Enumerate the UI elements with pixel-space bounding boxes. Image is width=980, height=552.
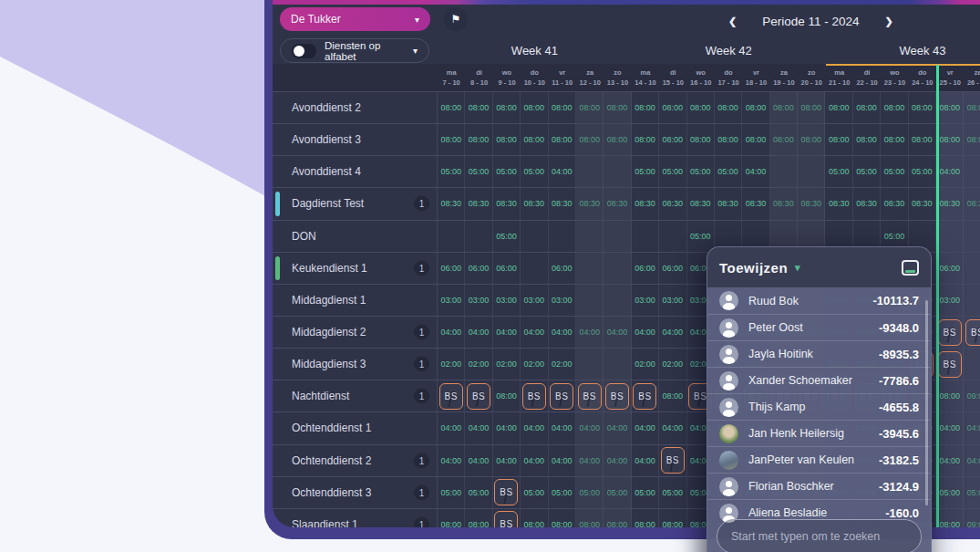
shift-cell[interactable]: 08:00 <box>798 92 825 123</box>
shift-cell[interactable]: 04:00 <box>549 156 576 187</box>
shift-cell[interactable]: 08:30 <box>521 188 548 219</box>
shift-cell[interactable]: 08:00 <box>576 92 603 123</box>
shift-cell[interactable] <box>465 221 492 252</box>
shift-cell[interactable]: ƒBS <box>549 380 576 411</box>
shift-cell[interactable]: 08:30 <box>825 188 852 219</box>
shift-cell[interactable]: 08:00 <box>936 124 964 155</box>
shift-cell[interactable]: 08:00 <box>825 124 852 155</box>
shift-cell[interactable]: 08:00 <box>825 92 852 123</box>
shift-cell[interactable]: 08:30 <box>493 188 521 219</box>
shift-cell[interactable]: 08:30 <box>659 188 686 219</box>
shift-cell[interactable]: 03:00 <box>521 285 548 316</box>
shift-cell[interactable]: 08:30 <box>549 188 576 219</box>
shift-cell[interactable]: 08:00 <box>632 92 659 123</box>
shift-cell[interactable]: 08:00 <box>521 509 548 527</box>
shift-cell[interactable]: 04:00 <box>632 412 659 443</box>
person-row[interactable]: Peter Oost-9348.0 <box>707 314 931 340</box>
shift-cell[interactable]: 04:00 <box>603 445 631 476</box>
popup-scrollbar[interactable] <box>925 300 928 505</box>
shift-cell[interactable]: 08:00 <box>853 92 881 123</box>
shift-cell[interactable]: 05:00 <box>936 477 964 508</box>
shift-cell[interactable]: 08:00 <box>521 92 548 123</box>
shift-cell[interactable]: 06:00 <box>549 253 576 284</box>
person-row[interactable]: Jayla Hoitink-8935.3 <box>707 340 931 367</box>
shift-cell[interactable]: 08:00 <box>715 124 742 155</box>
shift-cell[interactable]: 08:30 <box>603 188 631 219</box>
shift-cell[interactable]: 08:00 <box>632 124 659 155</box>
shift-cell[interactable]: 08:30 <box>964 188 980 219</box>
shift-cell[interactable]: 08:00 <box>770 124 798 155</box>
shift-cell[interactable]: 04:00 <box>521 317 548 348</box>
shift-cell[interactable]: 04:00 <box>936 156 964 187</box>
person-row[interactable]: Florian Boschker-3124.9 <box>707 473 931 499</box>
shift-cell[interactable] <box>659 221 686 252</box>
shift-cell[interactable]: 04:00 <box>576 445 603 476</box>
shift-cell[interactable]: 04:00 <box>493 317 521 348</box>
shift-cell[interactable]: 08:00 <box>465 92 492 123</box>
shift-cell[interactable]: 08:30 <box>936 188 964 219</box>
shift-cell[interactable]: 08:00 <box>521 124 548 155</box>
shift-cell[interactable]: 05:00 <box>603 477 631 508</box>
person-row[interactable]: Thijs Kamp-4655.8 <box>707 393 931 420</box>
shift-cell[interactable]: 08:30 <box>881 188 908 219</box>
shift-cell[interactable]: 04:00 <box>521 412 548 443</box>
shift-cell[interactable]: 08:00 <box>603 509 631 527</box>
shift-cell[interactable]: 08:00 <box>659 509 686 527</box>
shift-cell[interactable]: 08:30 <box>438 188 465 219</box>
shift-cell[interactable]: 02:00 <box>493 349 521 380</box>
shift-cell[interactable]: 04:00 <box>521 445 548 476</box>
shift-cell[interactable]: 08:30 <box>715 188 742 219</box>
shift-cell[interactable]: ƒBS <box>936 317 964 348</box>
shift-cell[interactable]: 06:00 <box>632 253 659 284</box>
shift-cell[interactable] <box>632 221 659 252</box>
shift-cell[interactable]: 08:00 <box>549 509 576 527</box>
shift-cell[interactable]: 02:00 <box>465 349 492 380</box>
shift-cell[interactable]: ƒBS <box>659 445 686 476</box>
previous-period-button[interactable]: ❮ <box>728 16 737 27</box>
shift-cell[interactable] <box>576 156 603 187</box>
shift-cell[interactable]: 08:00 <box>798 124 825 155</box>
shift-cell[interactable]: 03:00 <box>632 285 659 316</box>
shift-cell[interactable]: 08:00 <box>936 92 964 123</box>
shift-cell[interactable] <box>964 285 980 316</box>
shift-cell[interactable]: ƒBS <box>632 380 659 411</box>
shift-cell[interactable] <box>521 253 548 284</box>
shift-cell[interactable]: 04:00 <box>632 317 659 348</box>
shift-cell[interactable] <box>603 156 631 187</box>
shift-cell[interactable]: 05:00 <box>825 156 852 187</box>
shift-cell[interactable] <box>798 156 825 187</box>
shift-cell[interactable]: 04:00 <box>465 445 492 476</box>
shift-cell[interactable]: 08:30 <box>770 188 798 219</box>
shift-cell[interactable]: 04:00 <box>964 412 980 443</box>
shift-cell[interactable]: 03:00 <box>936 285 964 316</box>
shift-cell[interactable]: 08:00 <box>465 124 492 155</box>
shift-cell[interactable]: 02:00 <box>632 349 659 380</box>
shift-cell[interactable]: 05:00 <box>549 477 576 508</box>
shift-cell[interactable] <box>964 253 980 284</box>
shift-cell[interactable]: 08:00 <box>465 509 492 527</box>
shift-cell[interactable]: 08:30 <box>687 188 715 219</box>
shift-cell[interactable]: 08:00 <box>438 92 465 123</box>
shift-cell[interactable]: 08:00 <box>549 92 576 123</box>
shift-cell[interactable]: 08:00 <box>659 92 686 123</box>
shift-cell[interactable]: 08:30 <box>465 188 492 219</box>
shift-cell[interactable]: 04:00 <box>438 445 465 476</box>
shift-cell[interactable]: 08:00 <box>770 92 798 123</box>
shift-cell[interactable]: 04:00 <box>549 445 576 476</box>
shift-cell[interactable]: 08:00 <box>936 380 964 411</box>
shift-cell[interactable]: 08:00 <box>964 124 980 155</box>
shift-cell[interactable]: 08:00 <box>632 509 659 527</box>
shift-cell[interactable]: 08:00 <box>576 124 603 155</box>
shift-cell[interactable]: 05:00 <box>521 477 548 508</box>
shift-cell[interactable]: ƒBS <box>465 380 492 411</box>
assign-dropdown[interactable]: Toewijzen ▾ <box>719 260 800 276</box>
shift-cell[interactable]: 05:00 <box>493 156 521 187</box>
shift-cell[interactable]: 08:00 <box>576 509 603 527</box>
sort-toggle[interactable] <box>292 44 316 58</box>
shift-cell[interactable]: 08:00 <box>853 124 881 155</box>
shift-cell[interactable]: ƒBS <box>603 380 631 411</box>
shift-cell[interactable]: 06:00 <box>438 253 465 284</box>
person-row[interactable]: JanPeter van Keulen-3182.5 <box>707 446 931 473</box>
shift-cell[interactable]: ƒBS <box>521 380 548 411</box>
person-row[interactable]: Ruud Bok-10113.7 <box>707 287 931 314</box>
